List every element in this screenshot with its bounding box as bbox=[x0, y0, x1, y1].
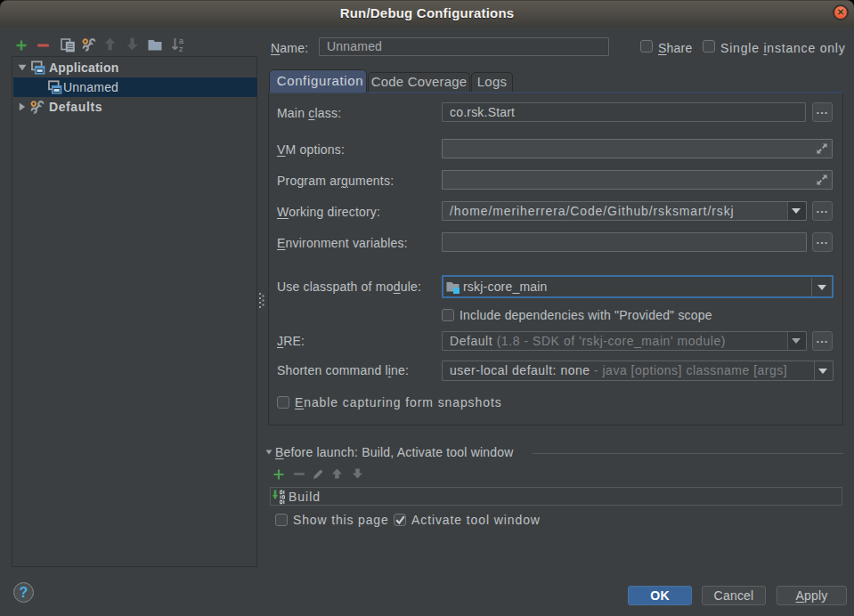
svg-text:z: z bbox=[179, 45, 183, 53]
